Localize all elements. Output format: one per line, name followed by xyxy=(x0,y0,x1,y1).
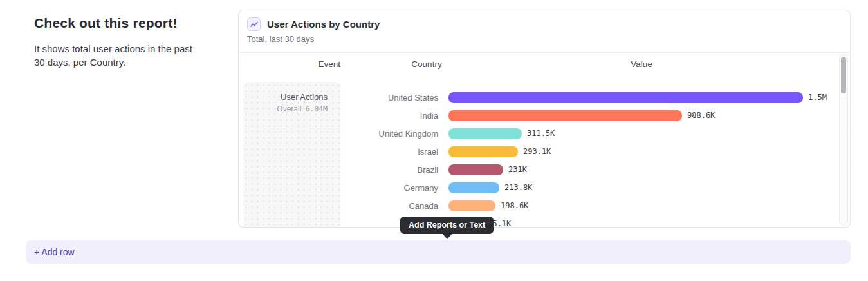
bar-category-label: United States xyxy=(239,93,438,102)
line-chart-icon xyxy=(247,17,261,31)
bar-row: India988.6K xyxy=(239,106,850,124)
report-subtitle: Total, last 30 days xyxy=(247,34,842,44)
report-card[interactable]: User Actions by Country Total, last 30 d… xyxy=(238,10,851,228)
bar[interactable] xyxy=(448,146,518,157)
bar[interactable] xyxy=(448,128,522,139)
bar-value-label: 1.5M xyxy=(808,93,827,102)
bar-row: United Kingdom311.5K xyxy=(239,124,850,142)
bar-value-label: 988.6K xyxy=(687,111,715,120)
bar-value-label: 311.5K xyxy=(527,129,555,138)
scrollbar-track[interactable] xyxy=(839,54,848,226)
scrollbar-thumb[interactable] xyxy=(841,57,846,93)
tooltip-label: Add Reports or Text xyxy=(409,220,485,229)
intro-title: Check out this report! xyxy=(34,15,195,31)
add-reports-tooltip: Add Reports or Text xyxy=(400,217,494,234)
bar-row: Germany213.8K xyxy=(239,179,850,197)
report-title: User Actions by Country xyxy=(267,19,380,30)
bar[interactable] xyxy=(448,92,803,103)
bar[interactable] xyxy=(448,164,503,175)
bar-value-label: 293.1K xyxy=(523,147,551,156)
bar-category-label: Israel xyxy=(239,147,438,157)
report-card-header: User Actions by Country Total, last 30 d… xyxy=(239,10,850,53)
bar-category-label: United Kingdom xyxy=(239,129,438,139)
column-header-value: Value xyxy=(596,59,687,69)
bar-category-label: Canada xyxy=(239,201,438,211)
bar[interactable] xyxy=(448,110,682,121)
add-row-label: + Add row xyxy=(34,247,75,257)
bar-value-label: 213.8K xyxy=(504,183,532,192)
bar-row: United States1.5M xyxy=(239,88,850,106)
bar-category-label: Brazil xyxy=(239,165,438,175)
bar-row: Canada198.6K xyxy=(239,197,850,215)
bar[interactable] xyxy=(448,200,495,211)
bar-rows: United States1.5MIndia988.6KUnited Kingd… xyxy=(239,88,850,228)
intro-description: It shows total user actions in the past … xyxy=(34,42,195,69)
bar-value-label: 198.6K xyxy=(501,201,528,210)
add-row-button[interactable]: + Add row xyxy=(26,240,851,264)
bar-row: France125.1K xyxy=(239,215,850,228)
column-header-event: Event xyxy=(243,59,340,69)
bar-category-label: Germany xyxy=(239,183,438,193)
bar[interactable] xyxy=(448,182,499,193)
bar-value-label: 231K xyxy=(508,165,527,174)
bar-row: Brazil231K xyxy=(239,160,850,179)
report-chart-area: Event Country Value User Actions Overall… xyxy=(239,53,850,228)
tooltip-caret-icon xyxy=(442,233,452,239)
bar-row: Israel293.1K xyxy=(239,142,850,160)
intro-text-block: Check out this report! It shows total us… xyxy=(34,15,195,69)
bar-category-label: India xyxy=(239,111,438,121)
column-header-country: Country xyxy=(382,59,472,69)
